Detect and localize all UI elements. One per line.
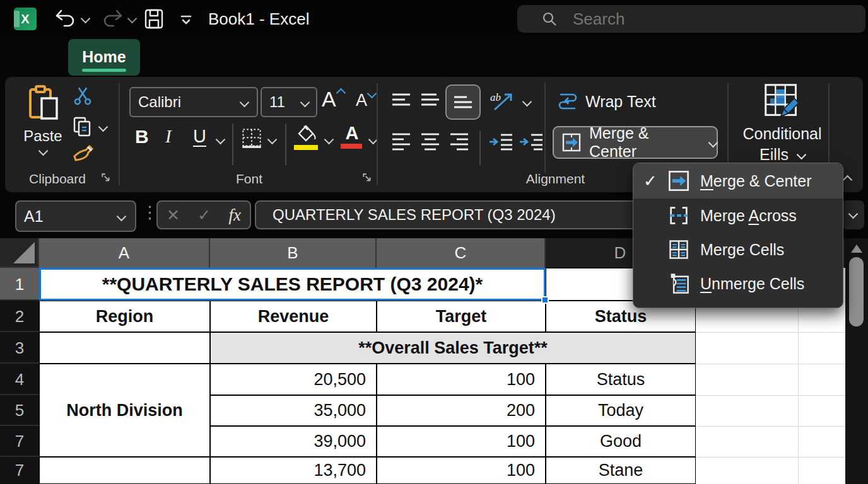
name-box[interactable]	[15, 200, 136, 232]
column-header-c[interactable]: C	[377, 238, 546, 268]
clipboard-group-label: Clipboard	[5, 171, 110, 187]
menu-item-unmerge-cells[interactable]: Unmerge Cells	[633, 267, 843, 301]
cell-d5[interactable]: Today	[546, 395, 696, 426]
cell-c4[interactable]: 100	[377, 364, 546, 395]
insert-function-button[interactable]: fx	[228, 205, 241, 225]
underline-button[interactable]: U	[193, 126, 206, 147]
search-icon	[541, 11, 558, 27]
copy-button[interactable]	[72, 116, 93, 137]
align-bottom-button-selected[interactable]	[445, 84, 481, 120]
quick-access-customize-icon[interactable]	[178, 13, 194, 26]
cell-b4[interactable]: 20,500	[210, 364, 377, 395]
column-header-a[interactable]: A	[39, 238, 210, 268]
row-header-7[interactable]: 7	[0, 457, 39, 484]
merge-center-button[interactable]: Merge & Center	[553, 126, 718, 159]
font-name-value[interactable]	[131, 93, 241, 111]
row-header-1[interactable]: 1	[0, 268, 39, 301]
align-middle-button[interactable]	[420, 92, 440, 108]
checkmark-icon: ✓	[643, 171, 667, 191]
orientation-button[interactable]: ab	[490, 88, 516, 113]
cell-b5[interactable]: 35,000	[210, 395, 377, 426]
cell-a7[interactable]	[39, 457, 210, 484]
row-header-3[interactable]: 3	[0, 332, 39, 364]
expand-formula-bar-button[interactable]	[842, 200, 864, 229]
align-center-button[interactable]	[420, 132, 440, 151]
cell-b3-d3-merged[interactable]: **Overall Sales Target**	[210, 332, 696, 364]
align-left-button[interactable]	[391, 132, 411, 151]
column-header-b[interactable]: B	[210, 238, 377, 268]
font-color-swatch	[341, 144, 362, 149]
undo-button[interactable]	[54, 9, 76, 29]
borders-dropdown-icon[interactable]	[267, 135, 278, 145]
window-title: Book1 - Excel	[208, 0, 309, 38]
row-header-2[interactable]: 2	[0, 301, 39, 332]
conditional-fills-button[interactable]: Conditional Eills	[732, 82, 833, 164]
decrease-indent-button[interactable]	[488, 132, 513, 151]
cell-a4-a6-merged[interactable]: North Division	[39, 364, 210, 457]
underline-dropdown-icon[interactable]	[216, 135, 226, 145]
menu-item-merge-across[interactable]: Merge Across	[633, 199, 843, 233]
font-size-select[interactable]	[261, 87, 317, 117]
cut-button[interactable]	[73, 87, 92, 106]
clipboard-dialog-launcher[interactable]	[101, 173, 111, 183]
cell-c6[interactable]: 100	[377, 426, 546, 457]
cell-c7[interactable]: 100	[377, 457, 546, 484]
row-header-6[interactable]: 7	[0, 426, 39, 457]
fill-color-dropdown-icon[interactable]	[324, 135, 334, 145]
font-color-button[interactable]: A	[341, 124, 363, 149]
align-top-button[interactable]	[391, 92, 411, 108]
paste-dropdown-icon	[38, 146, 48, 156]
scroll-up-arrow[interactable]	[851, 245, 862, 253]
tab-home[interactable]: Home	[68, 39, 140, 76]
align-right-button[interactable]	[449, 132, 469, 151]
cell-d7[interactable]: Stane	[546, 457, 696, 484]
fill-color-button[interactable]	[294, 125, 322, 150]
collapse-ribbon-icon[interactable]	[843, 175, 853, 185]
row-header-4[interactable]: 4	[0, 364, 39, 395]
paste-button[interactable]: Paste	[16, 83, 69, 168]
cell-b2-revenue[interactable]: Revenue	[210, 301, 377, 332]
italic-button[interactable]: I	[165, 126, 172, 147]
redo-dropdown-icon[interactable]	[127, 14, 138, 24]
cell-a3[interactable]	[39, 332, 210, 364]
scrollbar-thumb[interactable]	[849, 257, 864, 326]
vertical-scrollbar[interactable]	[845, 238, 868, 484]
cell-d4[interactable]: Status	[546, 364, 696, 395]
font-size-value[interactable]	[262, 93, 302, 111]
merge-center-dropdown-icon	[708, 137, 718, 147]
cell-c2-target[interactable]: Target	[377, 301, 546, 332]
formula-bar-drag-handle[interactable]: ⋮	[141, 202, 158, 222]
cell-d6[interactable]: Good	[546, 426, 696, 457]
orientation-dropdown-icon[interactable]	[522, 97, 532, 107]
cancel-button[interactable]: ✕	[167, 206, 180, 224]
format-painter-button[interactable]	[71, 142, 95, 165]
menu-item-merge-cells[interactable]: Merge Cells	[633, 233, 843, 267]
name-box-value[interactable]	[16, 207, 118, 226]
expand-formula-bar-icon	[848, 209, 858, 219]
menu-item-merge-and-center[interactable]: ✓ Merge & Center	[633, 163, 843, 199]
cell-a2-region[interactable]: Region	[39, 301, 210, 332]
increase-font-size-button[interactable]: A	[322, 87, 343, 112]
copy-dropdown-icon[interactable]	[98, 122, 108, 132]
search-box[interactable]	[517, 5, 865, 33]
cell-c5[interactable]: 200	[377, 395, 546, 426]
excel-window: X Book1 - Excel	[0, 0, 868, 484]
row-header-5[interactable]: 5	[0, 395, 39, 426]
redo-button[interactable]	[102, 9, 124, 29]
font-name-select[interactable]	[129, 87, 258, 117]
enter-button[interactable]: ✓	[197, 206, 211, 224]
cell-a1-c1-selected[interactable]: **QUARTERLY SALES REPORT (Q3 2024)*	[39, 268, 546, 301]
font-dialog-launcher[interactable]	[362, 173, 372, 183]
decrease-font-size-button[interactable]: A	[356, 91, 374, 110]
save-button[interactable]	[144, 8, 164, 30]
search-input[interactable]	[572, 9, 839, 30]
borders-button[interactable]	[241, 127, 262, 149]
select-all-corner[interactable]	[0, 238, 39, 268]
bold-button[interactable]: B	[135, 126, 149, 147]
undo-dropdown-icon[interactable]	[81, 14, 91, 24]
increase-indent-button[interactable]	[519, 132, 544, 151]
selection-fill-handle[interactable]	[541, 296, 549, 304]
cell-b6[interactable]: 39,000	[210, 426, 377, 457]
cell-b7[interactable]: 13,700	[210, 457, 377, 484]
wrap-text-button[interactable]: Wrap Text	[558, 91, 656, 112]
